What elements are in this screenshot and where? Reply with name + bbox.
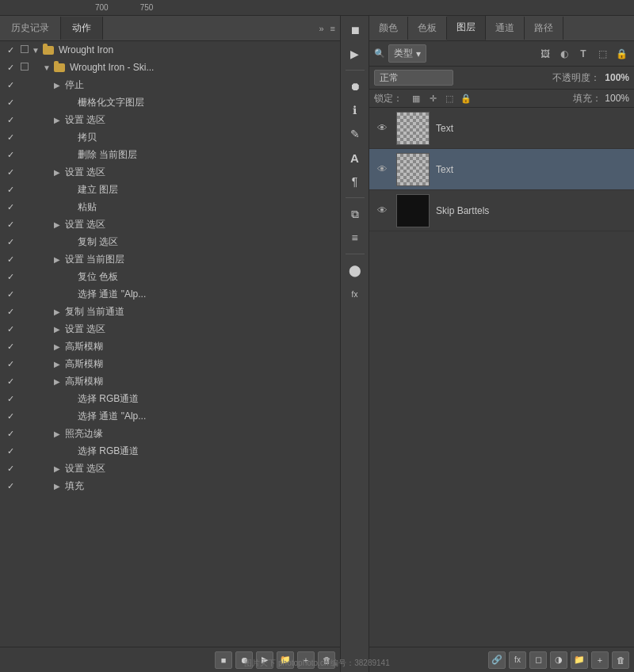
action-row[interactable]: ✓选择 通道 "Alp... <box>0 407 340 425</box>
filter-text-button[interactable]: T <box>575 46 591 62</box>
paragraph-vt-button[interactable]: ¶ <box>344 170 366 193</box>
action-row[interactable]: ✓▶高斯模糊 <box>0 338 340 355</box>
action-row[interactable]: ✓▶高斯模糊 <box>0 355 340 372</box>
action-check[interactable]: ✓ <box>3 394 17 404</box>
action-check[interactable]: ✓ <box>3 63 17 73</box>
action-row[interactable]: ✓▶停止 <box>0 76 340 94</box>
filter-smart-button[interactable]: 🔒 <box>613 46 629 62</box>
action-row[interactable]: ✓▶填充 <box>0 477 340 494</box>
text-vt-button[interactable]: A <box>344 147 366 169</box>
action-row[interactable]: ✓▶高斯模糊 <box>0 372 340 390</box>
tab-menu-icon[interactable]: ≡ <box>330 24 335 33</box>
action-row[interactable]: ✓选择 RGB通道 <box>0 390 340 407</box>
action-row[interactable]: ✓拷贝 <box>0 128 340 146</box>
action-check[interactable]: ✓ <box>3 464 17 474</box>
action-row[interactable]: ✓▶设置 选区 <box>0 163 340 181</box>
action-expand-arrow[interactable]: ▶ <box>54 377 60 386</box>
action-check[interactable]: ✓ <box>3 272 17 282</box>
action-row[interactable]: ✓▶设置 选区 <box>0 320 340 338</box>
action-check[interactable]: ✓ <box>3 359 17 369</box>
tab-color[interactable]: 颜色 <box>369 17 408 40</box>
action-row[interactable]: ✓选择 RGB通道 <box>0 442 340 460</box>
action-check[interactable]: ✓ <box>3 307 17 317</box>
action-row[interactable]: ✓▶设置 选区 <box>0 111 340 128</box>
lock-all-button[interactable]: 🔒 <box>459 91 473 105</box>
lock-artboard-button[interactable]: ⬚ <box>442 91 456 105</box>
action-expand-arrow[interactable]: ▼ <box>32 46 40 55</box>
action-row[interactable]: ✓▶复制 当前通道 <box>0 303 340 320</box>
action-check[interactable]: ✓ <box>3 342 17 352</box>
action-check[interactable]: ✓ <box>3 411 17 422</box>
action-expand-arrow[interactable]: ▼ <box>43 63 51 72</box>
lock-position-button[interactable]: ✛ <box>426 91 440 105</box>
action-row[interactable]: ✓选择 通道 "Alp... <box>0 285 340 303</box>
layer-visibility-toggle[interactable]: 👁 <box>374 122 390 134</box>
layer-row[interactable]: 👁Text <box>369 149 634 190</box>
action-expand-arrow[interactable]: ▶ <box>54 81 60 90</box>
action-check[interactable]: ✓ <box>3 97 17 108</box>
fill-value[interactable]: 100% <box>605 93 629 104</box>
tab-paths[interactable]: 路径 <box>525 17 563 40</box>
copy-vt-button[interactable]: ⧉ <box>344 203 366 225</box>
action-check[interactable]: ✓ <box>3 80 17 90</box>
layer-row[interactable]: 👁Text <box>369 108 634 149</box>
action-row[interactable]: ✓▼Wrought Iron <box>0 41 340 59</box>
action-expand-arrow[interactable]: ▶ <box>54 430 60 438</box>
action-check[interactable]: ✓ <box>3 132 17 143</box>
action-expand-arrow[interactable]: ▶ <box>54 220 60 229</box>
action-check[interactable]: ✓ <box>3 324 17 334</box>
tab-channels[interactable]: 通道 <box>486 17 525 40</box>
tab-layers[interactable]: 图层 <box>447 16 486 40</box>
action-row[interactable]: ✓▶设置 选区 <box>0 460 340 477</box>
info-vt-button[interactable]: ℹ <box>344 99 366 121</box>
action-check[interactable]: ✓ <box>3 45 17 55</box>
blend-mode-select[interactable]: 正常 <box>374 70 453 86</box>
action-row[interactable]: ✓▶设置 当前图层 <box>0 250 340 268</box>
action-check[interactable]: ✓ <box>3 115 17 125</box>
action-check[interactable]: ✓ <box>3 446 17 456</box>
layer-visibility-toggle[interactable]: 👁 <box>374 163 390 175</box>
action-expand-arrow[interactable]: ▶ <box>54 464 60 473</box>
action-check[interactable]: ✓ <box>3 289 17 300</box>
action-check[interactable]: ✓ <box>3 185 17 195</box>
action-check[interactable]: ✓ <box>3 254 17 265</box>
filter-adj-button[interactable]: ◐ <box>556 46 572 62</box>
action-row[interactable]: ✓粘贴 <box>0 198 340 216</box>
action-expand-arrow[interactable]: ▶ <box>54 325 60 334</box>
list-vt-button[interactable]: ≡ <box>344 227 366 249</box>
action-check[interactable]: ✓ <box>3 202 17 212</box>
action-check[interactable]: ✓ <box>3 429 17 439</box>
action-row[interactable]: ✓复位 色板 <box>0 268 340 285</box>
action-check[interactable]: ✓ <box>3 376 17 387</box>
tab-swatches[interactable]: 色板 <box>408 17 447 40</box>
action-expand-arrow[interactable]: ▶ <box>54 482 60 491</box>
action-row[interactable]: ✓▶设置 选区 <box>0 216 340 233</box>
brush-vt-button[interactable]: ✎ <box>344 123 366 145</box>
action-expand-arrow[interactable]: ▶ <box>54 255 60 264</box>
action-check[interactable]: ✓ <box>3 167 17 178</box>
opacity-value[interactable]: 100% <box>605 72 629 83</box>
lock-pixel-button[interactable]: ▦ <box>409 91 423 105</box>
action-check[interactable]: ✓ <box>3 220 17 230</box>
layer-visibility-toggle[interactable]: 👁 <box>374 204 390 216</box>
circle-vt-button[interactable]: ⬤ <box>344 259 366 281</box>
effect-vt-button[interactable]: fx <box>344 283 366 305</box>
action-check[interactable]: ✓ <box>3 237 17 247</box>
action-expand-arrow[interactable]: ▶ <box>54 307 60 316</box>
action-check[interactable]: ✓ <box>3 150 17 160</box>
action-expand-arrow[interactable]: ▶ <box>54 116 60 124</box>
search-type-dropdown[interactable]: 类型 ▾ <box>388 44 426 63</box>
action-row[interactable]: ✓栅格化文字图层 <box>0 94 340 111</box>
layer-row[interactable]: 👁Skip Barttels <box>369 190 634 231</box>
play-vt-button[interactable]: ▶ <box>344 43 366 65</box>
action-row[interactable]: ✓▼Wrought Iron - Ski... <box>0 59 340 76</box>
action-row[interactable]: ✓建立 图层 <box>0 181 340 198</box>
action-check[interactable]: ✓ <box>3 481 17 491</box>
action-expand-arrow[interactable]: ▶ <box>54 168 60 177</box>
record-vt-button[interactable]: ⏺ <box>344 75 366 97</box>
action-row[interactable]: ✓▶照亮边缘 <box>0 425 340 442</box>
filter-pixel-button[interactable]: 🖼 <box>537 46 553 62</box>
action-expand-arrow[interactable]: ▶ <box>54 360 60 368</box>
action-expand-arrow[interactable]: ▶ <box>54 342 60 351</box>
tab-actions[interactable]: 动作 <box>61 17 103 40</box>
